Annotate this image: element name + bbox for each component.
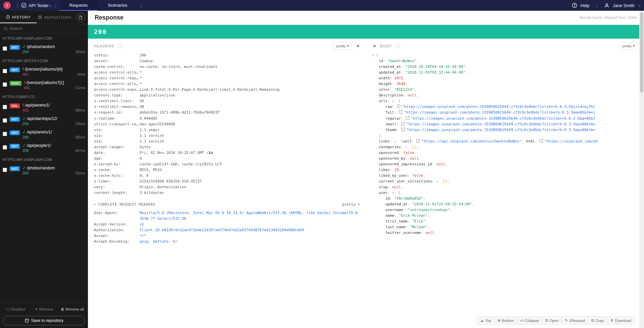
history-path: ✓/api/planets/1/	[22, 130, 85, 134]
save-to-repository-button[interactable]: Save to repository	[3, 316, 85, 325]
external-link-icon[interactable]	[416, 139, 420, 143]
header-row: access-control-expose-…Link,X-Total,X-Pe…	[94, 87, 360, 92]
history-path: ✓/photos/random	[22, 44, 85, 49]
history-path: !/{version}/albums?[1]	[24, 80, 85, 85]
new-draft-button[interactable]	[76, 13, 85, 22]
sidebar-tab-repository[interactable]: REPOSITORY	[37, 12, 73, 23]
history-group-title: HTTPS://API.UNSPLASH.COM	[0, 155, 88, 164]
caret-down-icon[interactable]: ▾	[94, 202, 96, 207]
content-area: Response Remote Cache - Elapsed Time: 18…	[88, 11, 644, 328]
sidebar-tab-history[interactable]: HISTORY	[0, 11, 37, 23]
header-row: vary:Origin, Authorization	[94, 184, 360, 190]
history-time: 183ms	[75, 50, 85, 54]
method-badge: GET	[10, 130, 20, 135]
external-link-icon[interactable]	[401, 127, 405, 131]
request-headers-pretty-toggle[interactable]: pretty ▾	[342, 202, 360, 207]
history-item-checkbox[interactable]	[3, 105, 7, 109]
history-item[interactable]: DEL !/api/planets/1/ 405 398ms	[0, 101, 88, 114]
app-name[interactable]: API Tester	[29, 3, 49, 8]
save-icon	[24, 318, 29, 323]
svg-point-4	[39, 16, 42, 17]
method-badge: DEL	[10, 104, 20, 108]
to-request-button[interactable]: ✎ 2Request	[562, 317, 588, 324]
method-badge: GET	[10, 68, 20, 72]
top-button[interactable]: ▲ Top	[477, 317, 495, 324]
open-button[interactable]: ⧉ Open	[542, 317, 562, 324]
help-link[interactable]: Help	[581, 3, 590, 8]
search-bar[interactable]	[0, 24, 88, 33]
request-header-row: Accept-Version:v1	[94, 221, 360, 227]
header-row: cache-control:no-cache, no-store, must-r…	[94, 64, 360, 70]
top-bar: t | API Tester | Requests Scenarios | He…	[0, 0, 644, 11]
history-item-checkbox[interactable]	[3, 132, 7, 136]
history-item[interactable]: GET ✓/api/planets/1/ 200 395ms	[0, 128, 88, 141]
history-item-checkbox[interactable]	[3, 168, 7, 172]
header-row: strict-transport-secur…max-age=31536000	[94, 121, 360, 127]
search-input[interactable]	[10, 26, 85, 31]
json-viewer[interactable]: ▾{ id: "bwvktnBoWos", created_at: "2018-…	[366, 52, 644, 328]
header-row: x-cache-hits:0, 0	[94, 173, 360, 178]
repository-icon	[38, 15, 42, 19]
app-logo[interactable]: t	[3, 2, 11, 9]
history-item[interactable]: POST !/{version}/albums?[1] 401 112ms	[0, 78, 88, 92]
collapse-left-arrow[interactable]: ◀	[355, 44, 360, 48]
history-icon	[6, 15, 10, 19]
body-title: BODY	[380, 44, 392, 48]
history-item-checkbox[interactable]	[3, 69, 7, 73]
user-icon	[604, 3, 609, 8]
header-row: x-cache:MISS, MISS	[94, 167, 360, 173]
history-item-checkbox[interactable]	[3, 46, 7, 51]
user-name[interactable]: Jane Smith	[613, 3, 635, 8]
body-toolbar: ▲ Top ⊕ Bottom ▭ Collapse ⧉ Open ✎ 2Requ…	[477, 316, 635, 325]
history-time: 398ms	[75, 109, 85, 112]
sidebar: HISTORY REPOSITORY HTTPS://API.UNSPLASH.…	[0, 11, 88, 328]
bottom-button[interactable]: ⊕ Bottom	[495, 317, 517, 324]
response-meta: Remote Cache - Elapsed Time: 183ms	[580, 16, 637, 19]
history-item[interactable]: GET ✓/api/starships/12/ 200 134ms	[0, 114, 88, 128]
external-link-icon[interactable]	[397, 104, 401, 108]
tab-requests[interactable]: Requests	[59, 0, 98, 11]
body-pretty-toggle[interactable]: pretty ▾	[619, 42, 638, 50]
scrollbar[interactable]	[639, 11, 644, 328]
header-row: via:1.1 vegur	[94, 127, 360, 133]
header-row: access-control-request…*	[94, 75, 360, 81]
external-link-icon[interactable]	[399, 110, 403, 114]
help-icon[interactable]	[572, 3, 577, 8]
history-path: ✓/photos/random	[22, 166, 85, 170]
history-item[interactable]: GET ✓/photos/random 200 183ms	[0, 42, 88, 56]
tab-scenarios[interactable]: Scenarios	[98, 0, 137, 11]
history-time: 395ms	[75, 135, 85, 139]
headers-pretty-toggle[interactable]: pretty ▾	[333, 42, 352, 50]
history-item[interactable]: GET ✓/photos/random 200 292ms	[0, 164, 88, 177]
header-row: date:Fri, 02 Nov 2018 10:25:07 GMT -1s	[94, 150, 360, 156]
help-icon[interactable]: ?	[396, 44, 400, 48]
request-header-row: Accept-Encoding:gzip, deflate, br	[94, 239, 360, 244]
header-row: age:0	[94, 156, 360, 161]
svg-point-0	[22, 3, 26, 7]
history-item-checkbox[interactable]	[3, 118, 7, 123]
collapse-right-arrow[interactable]: ▶	[372, 44, 378, 48]
history-path: !/{version}/albums/{id}	[22, 67, 85, 72]
remove-all-button[interactable]: 🗑 Remove all	[59, 305, 85, 313]
history-item[interactable]: GET ✓/api/people/1/ 200 447ms	[0, 141, 88, 155]
history-path: ✓/api/people/1/	[22, 143, 85, 148]
svg-point-6	[25, 319, 28, 320]
history-item-checkbox[interactable]	[3, 145, 7, 150]
header-row: x-served-by:cache-iad2147-IAD, cache-lcy…	[94, 161, 360, 167]
help-icon[interactable]: ?	[118, 44, 122, 48]
external-link-icon[interactable]	[539, 139, 543, 143]
remove-button[interactable]: ✕ Remove	[31, 305, 57, 313]
history-time: 134ms	[75, 122, 85, 126]
download-button[interactable]: ⬇ Download	[607, 317, 634, 324]
history-item-checkbox[interactable]	[3, 82, 7, 87]
deselect-button[interactable]: ☐ Deselect	[3, 305, 29, 313]
collapse-button[interactable]: ▭ Collapse	[517, 317, 543, 324]
header-row: x-ratelimit-limit:50	[94, 98, 360, 104]
history-group-title: HTTPS://SWAPI.CO	[0, 92, 88, 101]
external-link-icon[interactable]	[405, 116, 409, 120]
history-item[interactable]: GET !/{version}/albums/{id} 401 19ms	[0, 65, 88, 78]
external-link-icon[interactable]	[401, 122, 405, 126]
copy-button[interactable]: ⧉ Copy	[588, 317, 607, 324]
method-badge: POST	[10, 81, 21, 86]
history-group-title: HTTPS://API.SPOTIFY.COM	[0, 56, 88, 65]
